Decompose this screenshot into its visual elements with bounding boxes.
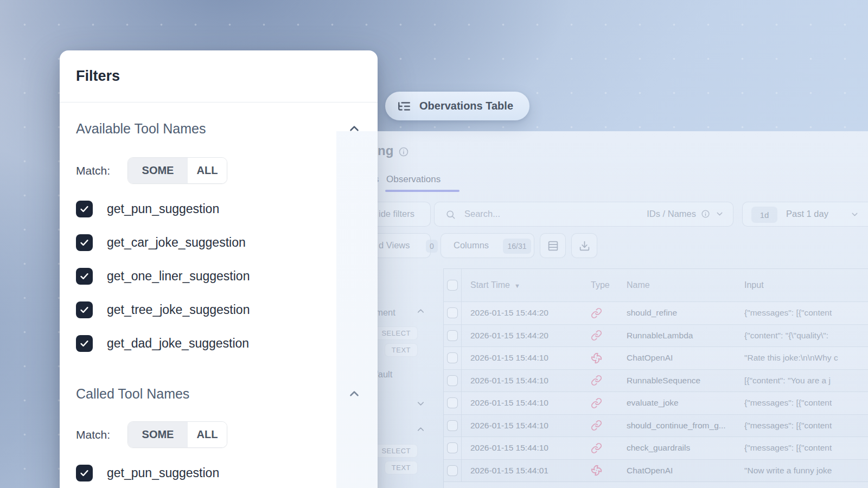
time-range-label: Past 1 day [786, 209, 828, 219]
table-row[interactable]: 2026-01-15 15:44:10 evaluate_joke {"mess… [444, 392, 868, 415]
tool-name-label: get_tree_joke_suggestion [107, 303, 250, 317]
tab-observations[interactable]: Observations [386, 174, 441, 185]
filters-title: Filters [76, 68, 120, 85]
table-row[interactable]: 2026-01-15 15:44:10 ChatOpenAI "Rate thi… [444, 347, 868, 370]
start-time-cell: 2026-01-15 15:44:10 [462, 443, 581, 453]
type-cell [581, 465, 620, 476]
generation-fan-icon [591, 465, 602, 476]
info-icon[interactable] [398, 146, 409, 157]
input-cell: {"messages": [{"content [736, 308, 868, 318]
search-scope-dropdown[interactable]: IDs / Names [647, 209, 724, 219]
tool-name-filter-item[interactable]: get_one_liner_suggestion [76, 259, 361, 293]
text-type-badge[interactable]: TEXT [385, 461, 418, 474]
observations-table-pill-button[interactable]: Obervations Table [385, 92, 529, 120]
checked-checkbox[interactable] [76, 335, 93, 352]
chevron-up-icon[interactable] [416, 306, 426, 316]
saved-views-label-fragment: d Views [379, 240, 410, 251]
row-checkbox[interactable] [447, 397, 458, 408]
list-tree-icon [397, 99, 411, 113]
checked-checkbox[interactable] [76, 301, 93, 318]
row-height-button[interactable] [540, 233, 566, 258]
name-cell: check_guardrails [620, 443, 736, 453]
column-header-name[interactable]: Name [620, 280, 736, 290]
tool-name-label: get_dad_joke_suggestion [107, 336, 249, 351]
tool-name-filter-item[interactable]: get_tree_joke_suggestion [76, 293, 361, 326]
row-checkbox[interactable] [447, 465, 458, 476]
name-cell: ChatOpenAI [620, 466, 736, 476]
table-row[interactable]: 2026-01-15 15:44:10 check_guardrails {"m… [444, 437, 868, 460]
chain-link-icon [591, 307, 602, 319]
table-row[interactable]: 2026-01-15 15:44:20 should_refine {"mess… [444, 302, 868, 325]
match-row: Match: SOME ALL [76, 157, 361, 184]
tool-name-label: get_car_joke_suggestion [107, 235, 246, 250]
input-cell: {"messages": [{"content [736, 443, 868, 453]
columns-count-badge: 16/31 [503, 239, 531, 254]
type-cell [581, 397, 620, 409]
row-checkbox[interactable] [447, 330, 458, 341]
match-option-some[interactable]: SOME [128, 158, 188, 183]
text-type-badge[interactable]: TEXT [385, 343, 418, 357]
select-all-checkbox[interactable] [447, 280, 458, 291]
row-checkbox-cell [444, 415, 462, 437]
column-header-type[interactable]: Type [581, 280, 620, 290]
match-option-all[interactable]: ALL [188, 158, 227, 183]
filter-section-called-tool-names: Called Tool Names Match: SOME ALL get_pu… [60, 386, 378, 488]
time-range-dropdown[interactable]: 1d Past 1 day [742, 202, 868, 227]
start-time-cell: 2026-01-15 15:44:10 [462, 398, 581, 408]
input-cell: [{"content": "You are a j [736, 376, 868, 386]
table-row[interactable]: 2026-01-15 15:44:20 RunnableLambda {"con… [444, 325, 868, 348]
tool-name-filter-item[interactable]: get_pun_suggestion [76, 192, 361, 226]
download-icon [579, 240, 590, 252]
chevron-up-icon[interactable] [416, 424, 426, 434]
chevron-up-icon[interactable] [347, 387, 361, 401]
observations-table: Start Time▼ Type Name Input 2026-01-15 1… [443, 268, 868, 488]
checked-checkbox[interactable] [76, 201, 93, 217]
chevron-down-icon [715, 209, 724, 219]
column-header-start-time[interactable]: Start Time▼ [462, 280, 581, 290]
search-input[interactable]: Search... IDs / Names [434, 202, 733, 227]
tool-name-filter-item[interactable]: get_dad_joke_suggestion [76, 326, 361, 360]
tool-name-list: get_pun_suggestion [76, 456, 361, 488]
name-cell: RunnableLambda [620, 331, 736, 341]
checked-checkbox[interactable] [76, 465, 93, 481]
partial-next-row [444, 482, 868, 488]
input-cell: "Rate this joke:\n\nWhy c [736, 353, 868, 363]
section-title: Available Tool Names [76, 121, 206, 137]
select-type-badge[interactable]: SELECT [374, 444, 418, 458]
tool-name-filter-item[interactable]: get_pun_suggestion [76, 456, 361, 488]
info-icon [701, 209, 710, 219]
row-checkbox[interactable] [447, 420, 458, 431]
row-checkbox-cell [444, 460, 462, 482]
filters-panel-header: Filters [60, 50, 378, 102]
export-button[interactable] [571, 233, 597, 258]
row-checkbox[interactable] [447, 442, 458, 453]
checked-checkbox[interactable] [76, 234, 93, 251]
checked-checkbox[interactable] [76, 268, 93, 285]
chevron-down-icon[interactable] [416, 399, 426, 409]
table-header-row: Start Time▼ Type Name Input [444, 269, 868, 302]
filters-panel: Filters Available Tool Names Match: SOME… [60, 50, 378, 488]
tool-name-filter-item[interactable]: get_car_joke_suggestion [76, 226, 361, 259]
generation-fan-icon [591, 352, 602, 364]
column-header-input[interactable]: Input [736, 280, 868, 290]
match-option-some[interactable]: SOME [128, 422, 188, 447]
select-type-badge[interactable]: SELECT [374, 326, 418, 340]
row-checkbox[interactable] [447, 352, 458, 363]
type-cell [581, 442, 620, 454]
match-option-all[interactable]: ALL [188, 422, 227, 447]
name-cell: should_continue_from_g... [620, 421, 736, 431]
chevron-up-icon[interactable] [347, 121, 361, 136]
match-label: Match: [76, 164, 127, 177]
section-header[interactable]: Called Tool Names [76, 386, 361, 402]
row-checkbox[interactable] [447, 307, 458, 318]
table-row[interactable]: 2026-01-15 15:44:10 should_continue_from… [444, 415, 868, 438]
row-checkbox-cell [444, 325, 462, 347]
row-checkbox[interactable] [447, 375, 458, 386]
columns-button[interactable]: Columns 16/31 [441, 233, 534, 258]
table-row[interactable]: 2026-01-15 15:44:10 RunnableSequence [{"… [444, 370, 868, 393]
observability-app-window: ng s Observations ide filters Search... … [336, 131, 868, 488]
table-row[interactable]: 2026-01-15 15:44:01 ChatOpenAI "Now writ… [444, 460, 868, 483]
pill-label: Obervations Table [419, 100, 513, 112]
section-header[interactable]: Available Tool Names [76, 120, 361, 137]
match-row: Match: SOME ALL [76, 421, 361, 448]
